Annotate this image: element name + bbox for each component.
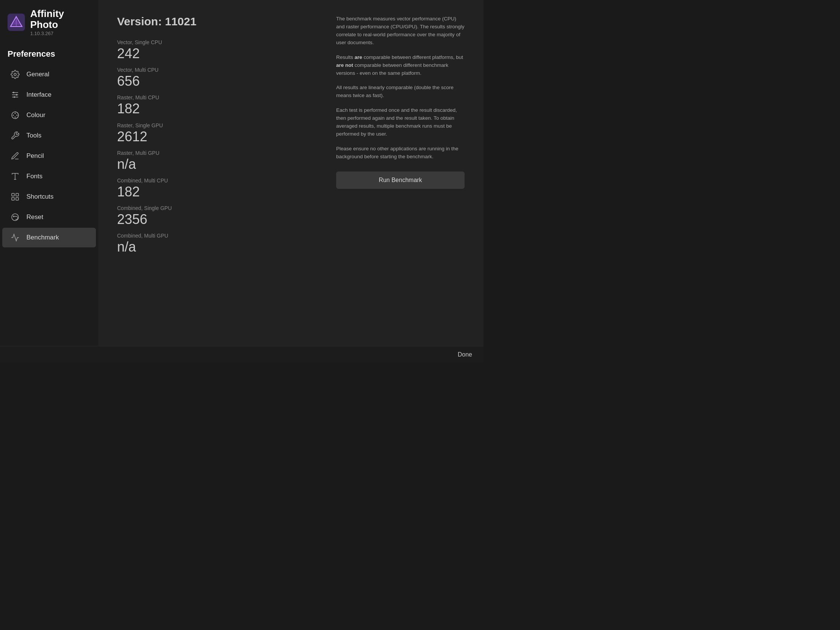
metric-label-2: Raster, Multi CPU	[117, 95, 317, 101]
sidebar-item-label-general: General	[27, 71, 49, 78]
metric-vector-single-cpu: Vector, Single CPU 242	[117, 37, 317, 62]
metric-combined-multi-cpu: Combined, Multi CPU 182	[117, 175, 317, 200]
metric-label-3: Raster, Single GPU	[117, 122, 317, 128]
sidebar-item-colour[interactable]: Colour	[2, 105, 96, 125]
sidebar-item-label-reset: Reset	[27, 213, 43, 221]
metric-label-5: Combined, Multi CPU	[117, 177, 317, 183]
metric-value-4: n/a	[117, 156, 317, 172]
reset-icon	[10, 212, 21, 223]
sidebar: Affinity Photo 1.10.3.267 Preferences Ge…	[0, 0, 98, 346]
app-header: Affinity Photo 1.10.3.267	[0, 0, 98, 45]
sidebar-item-label-pencil: Pencil	[27, 152, 44, 160]
sidebar-item-label-fonts: Fonts	[27, 173, 43, 180]
metric-vector-multi-cpu: Vector, Multi CPU 656	[117, 65, 317, 89]
sidebar-item-general[interactable]: General	[2, 65, 96, 84]
sidebar-nav: General Interface Colour T	[0, 64, 98, 338]
metric-combined-multi-gpu: Combined, Multi GPU n/a	[117, 231, 317, 255]
svg-point-12	[15, 113, 16, 114]
shortcuts-icon	[10, 191, 21, 202]
svg-point-14	[15, 117, 16, 118]
sidebar-item-pencil[interactable]: Pencil	[2, 146, 96, 166]
svg-rect-19	[16, 193, 19, 196]
sidebar-item-label-benchmark: Benchmark	[27, 234, 59, 242]
sidebar-item-label-colour: Colour	[27, 111, 45, 119]
metric-value-3: 2612	[117, 128, 317, 145]
sidebar-item-label-tools: Tools	[27, 132, 41, 139]
benchmark-icon	[10, 232, 21, 243]
info-text-3: Each test is performed once and the resu…	[336, 106, 464, 138]
metric-value-5: 182	[117, 183, 317, 200]
app-title-block: Affinity Photo 1.10.3.267	[30, 8, 91, 36]
affinity-photo-icon	[8, 14, 25, 31]
metric-label-1: Vector, Multi CPU	[117, 67, 317, 73]
info-text-4: Please ensure no other applications are …	[336, 145, 464, 161]
sidebar-item-tools[interactable]: Tools	[2, 126, 96, 145]
svg-point-10	[14, 96, 15, 98]
svg-point-4	[14, 73, 16, 76]
svg-point-8	[13, 92, 14, 93]
main-layout: Affinity Photo 1.10.3.267 Preferences Ge…	[0, 0, 483, 346]
pencil-icon	[10, 151, 21, 161]
fonts-icon	[10, 171, 21, 182]
benchmark-version: Version: 11021	[117, 15, 317, 28]
metric-label-4: Raster, Multi GPU	[117, 150, 317, 156]
svg-rect-18	[12, 193, 14, 196]
sidebar-item-reset[interactable]: Reset	[2, 207, 96, 227]
sidebar-item-label-shortcuts: Shortcuts	[27, 193, 54, 201]
metric-value-1: 656	[117, 73, 317, 89]
metric-raster-multi-cpu: Raster, Multi CPU 182	[117, 92, 317, 117]
gear-icon	[10, 69, 21, 80]
app-title: Affinity Photo	[30, 8, 91, 30]
info-text-0: The benchmark measures vector performanc…	[336, 15, 464, 47]
run-benchmark-button[interactable]: Run Benchmark	[336, 172, 464, 189]
info-text-2: All results are linearly comparable (dou…	[336, 84, 464, 100]
benchmark-info-panel: The benchmark measures vector performanc…	[336, 15, 464, 331]
metric-combined-single-gpu: Combined, Single GPU 2356	[117, 203, 317, 227]
preferences-label: Preferences	[0, 45, 98, 64]
metric-raster-multi-gpu: Raster, Multi GPU n/a	[117, 148, 317, 172]
main-content: Version: 11021 Vector, Single CPU 242 Ve…	[98, 0, 483, 346]
app-version: 1.10.3.267	[30, 31, 91, 36]
sidebar-item-fonts[interactable]: Fonts	[2, 167, 96, 186]
content-area: Version: 11021 Vector, Single CPU 242 Ve…	[98, 0, 483, 346]
metric-label-0: Vector, Single CPU	[117, 39, 317, 45]
metric-value-6: 2356	[117, 211, 317, 227]
svg-rect-21	[16, 197, 19, 200]
sidebar-item-benchmark[interactable]: Benchmark	[2, 228, 96, 247]
colour-icon	[10, 110, 21, 120]
metric-value-7: n/a	[117, 239, 317, 255]
metric-value-2: 182	[117, 101, 317, 117]
sidebar-item-shortcuts[interactable]: Shortcuts	[2, 187, 96, 207]
sliders-icon	[10, 90, 21, 100]
metric-raster-single-gpu: Raster, Single GPU 2612	[117, 120, 317, 145]
svg-point-9	[16, 94, 17, 96]
svg-rect-20	[12, 197, 14, 200]
footer: Done	[0, 346, 483, 363]
svg-point-15	[13, 115, 14, 116]
metric-label-7: Combined, Multi GPU	[117, 233, 317, 239]
tools-icon	[10, 130, 21, 141]
metric-label-6: Combined, Single GPU	[117, 205, 317, 211]
benchmark-metrics-panel: Version: 11021 Vector, Single CPU 242 Ve…	[117, 15, 317, 331]
done-button[interactable]: Done	[458, 351, 472, 358]
metric-value-0: 242	[117, 45, 317, 62]
sidebar-item-interface[interactable]: Interface	[2, 85, 96, 105]
info-text-1: Results are comparable between different…	[336, 54, 464, 77]
sidebar-item-label-interface: Interface	[27, 91, 51, 99]
svg-point-13	[17, 115, 18, 116]
